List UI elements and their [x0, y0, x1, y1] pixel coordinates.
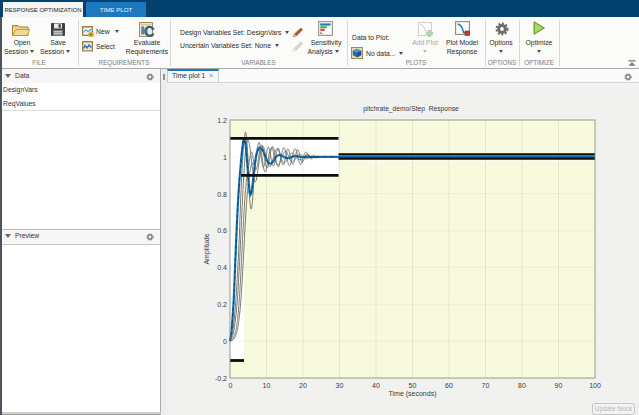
svg-text:0.6: 0.6: [217, 227, 227, 234]
svg-text:Time (seconds): Time (seconds): [389, 390, 437, 398]
svg-text:0.8: 0.8: [217, 191, 227, 198]
svg-text:100: 100: [589, 382, 601, 389]
svg-text:0.2: 0.2: [217, 301, 227, 308]
svg-text:70: 70: [482, 382, 490, 389]
svg-text:10: 10: [263, 382, 271, 389]
svg-text:40: 40: [372, 382, 380, 389]
svg-text:60: 60: [445, 382, 453, 389]
svg-text:50: 50: [409, 382, 417, 389]
svg-text:30: 30: [336, 382, 344, 389]
svg-text:pitchrate_demo/Step Response: pitchrate_demo/Step Response: [363, 105, 459, 113]
svg-text:0.4: 0.4: [217, 264, 227, 271]
svg-text:0: 0: [229, 382, 233, 389]
svg-text:Amplitude: Amplitude: [203, 233, 211, 264]
svg-text:1.2: 1.2: [217, 117, 227, 124]
svg-text:0: 0: [223, 338, 227, 345]
svg-text:80: 80: [518, 382, 526, 389]
svg-text:90: 90: [555, 382, 563, 389]
svg-text:-0.2: -0.2: [215, 375, 227, 382]
svg-text:1: 1: [223, 154, 227, 161]
svg-text:20: 20: [299, 382, 307, 389]
